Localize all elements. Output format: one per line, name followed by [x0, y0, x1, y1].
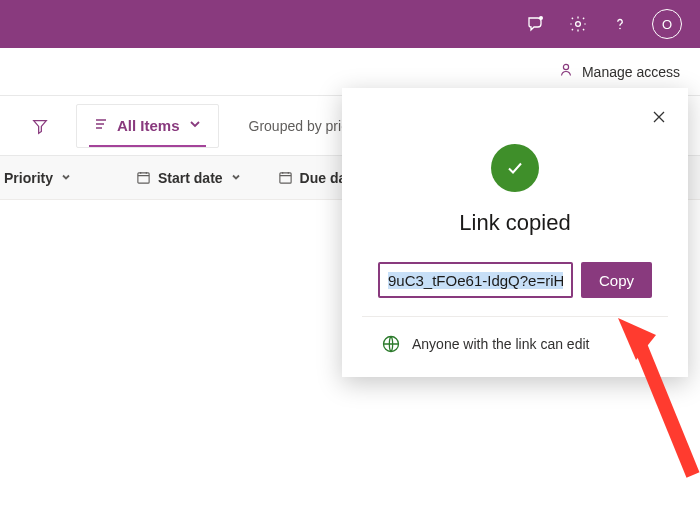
svg-point-2 — [619, 28, 621, 30]
link-field[interactable] — [378, 262, 573, 298]
link-copied-dialog: Link copied Copy Anyone with the link ca… — [342, 88, 688, 377]
permission-text: Anyone with the link can edit — [412, 336, 628, 352]
help-icon[interactable] — [610, 14, 630, 34]
chevron-right-icon — [638, 335, 650, 353]
svg-point-3 — [563, 64, 568, 69]
globe-icon — [380, 333, 402, 355]
link-permissions-row[interactable]: Anyone with the link can edit — [356, 317, 674, 363]
svg-rect-4 — [138, 173, 149, 183]
svg-rect-5 — [279, 173, 290, 183]
filter-icon[interactable] — [20, 104, 60, 148]
svg-point-1 — [576, 22, 581, 27]
gear-icon[interactable] — [568, 14, 588, 34]
grouped-by-label[interactable]: Grouped by prio — [235, 118, 349, 134]
manage-access-link[interactable]: Manage access — [582, 64, 680, 80]
view-selector-label: All Items — [117, 117, 180, 134]
success-check-icon — [491, 144, 539, 192]
view-selector[interactable]: All Items — [76, 104, 219, 148]
chevron-down-icon — [230, 170, 242, 186]
feedback-icon[interactable] — [526, 14, 546, 34]
calendar-icon — [278, 170, 293, 185]
column-priority[interactable]: Priority — [0, 170, 76, 186]
svg-point-0 — [539, 16, 543, 20]
calendar-icon — [136, 170, 151, 185]
column-start-date[interactable]: Start date — [132, 170, 246, 186]
copy-button[interactable]: Copy — [581, 262, 652, 298]
app-header: O — [0, 0, 700, 48]
link-input[interactable] — [388, 272, 563, 289]
avatar[interactable]: O — [652, 9, 682, 39]
chevron-down-icon — [60, 170, 72, 186]
person-icon — [558, 62, 574, 81]
column-label: Priority — [4, 170, 53, 186]
list-icon — [93, 116, 109, 136]
column-label: Start date — [158, 170, 223, 186]
close-button[interactable] — [648, 106, 670, 128]
chevron-down-icon — [188, 117, 202, 135]
dialog-title: Link copied — [352, 210, 678, 236]
link-row: Copy — [362, 262, 668, 317]
